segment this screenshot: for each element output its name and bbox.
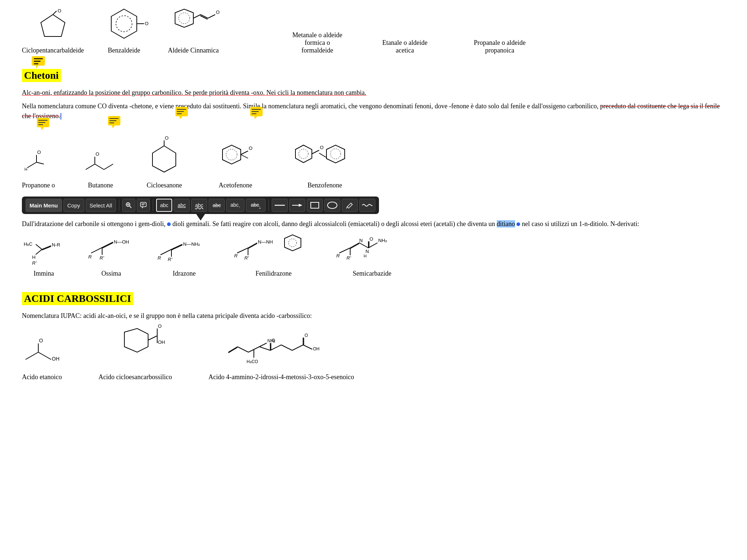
svg-text:O: O [158, 323, 162, 329]
svg-text:O: O [145, 21, 148, 26]
acid-cicloesano: O OH Acido cicloesancarbossilico [98, 327, 172, 381]
rectangle-icon[interactable] [307, 199, 323, 212]
svg-marker-19 [36, 66, 38, 69]
arrow-icon[interactable] [289, 199, 305, 212]
molecule-aldeide-cinnamica: O Aldeide Cinnamica [164, 7, 222, 54]
svg-line-55 [241, 151, 248, 155]
svg-text:O: O [320, 145, 324, 150]
fenilidrazone-label: Fenilidrazone [256, 270, 292, 277]
svg-text:H: H [364, 254, 367, 258]
acido-etanoico-label: Acido etanoico [22, 373, 62, 381]
svg-text:NH₂: NH₂ [378, 238, 387, 243]
ketone-cicloesanone: O Cicloesanone [146, 139, 182, 189]
svg-line-122 [368, 243, 378, 248]
svg-line-115 [350, 243, 359, 248]
deriv-ossima: R N—OH R' Ossima [88, 238, 135, 277]
svg-point-64 [330, 149, 341, 159]
deriv-semicarbazide: R R' N O NH₂ N H Semicarbazide [336, 235, 409, 277]
pencil-icon[interactable] [342, 199, 358, 212]
ossima-label: Ossima [101, 270, 121, 277]
svg-line-28 [36, 162, 44, 164]
wavy-line-icon[interactable] [359, 199, 375, 212]
svg-marker-109 [285, 235, 301, 251]
svg-line-39 [104, 164, 113, 170]
deriv-immina: H₃C N-R H R' Immina [22, 238, 66, 277]
line-icon[interactable] [272, 199, 288, 212]
hydration-para: Dall'idratazione del carbonile si otteng… [22, 219, 725, 229]
svg-text:H₃CO: H₃CO [247, 359, 258, 364]
svg-marker-52 [254, 116, 257, 119]
text-wavy-icon[interactable]: abc [191, 199, 207, 212]
selected-text-ditiano: ditiano [497, 220, 515, 228]
svg-text:O: O [305, 333, 308, 338]
svg-text:R': R' [100, 255, 104, 261]
ketone-butanone: O Butanone [84, 147, 117, 189]
immina-label: Immina [34, 270, 54, 277]
svg-point-77 [328, 202, 337, 209]
svg-text:H: H [24, 167, 27, 171]
ketone-benzofenone: O Benzofenone [288, 139, 361, 189]
acid-etanoico: O OH Acido etanoico [22, 338, 62, 381]
svg-text:R: R [88, 254, 92, 260]
text-wavy-label: abc [195, 202, 204, 208]
svg-line-155 [303, 345, 312, 349]
svg-line-149 [270, 345, 281, 350]
text-underline-icon[interactable]: abc [174, 199, 190, 212]
svg-point-59 [299, 149, 308, 159]
ellipse-icon[interactable] [324, 199, 340, 212]
text-cursor [61, 113, 61, 120]
svg-text:O: O [216, 9, 220, 15]
toolbar-wrapper: Main Menu Copy Select All [22, 197, 725, 214]
svg-marker-131 [124, 328, 148, 352]
svg-marker-45 [152, 146, 176, 172]
svg-point-9 [179, 13, 190, 24]
svg-line-81 [36, 244, 42, 249]
cicloesanone-label: Cicloesanone [147, 182, 182, 189]
svg-text:R': R' [244, 255, 249, 261]
ketone-acetofenone: O Acetofenone [212, 139, 259, 189]
svg-text:N: N [365, 249, 369, 254]
svg-marker-44 [179, 116, 182, 119]
acid-molecule-row: O OH Acido etanoico O OH Acido cicloesan… [22, 327, 725, 381]
svg-line-107 [248, 244, 257, 249]
svg-line-106 [248, 243, 257, 248]
chetoni-header: Chetoni [22, 69, 61, 82]
select-all-button[interactable]: Select All [86, 199, 116, 212]
svg-text:R: R [336, 253, 340, 258]
text-strikethrough-icon[interactable]: abc [209, 199, 225, 212]
comment-icon[interactable] [137, 199, 150, 212]
chetoni-para1: Alc-an-oni, enfatizzando la posizione de… [22, 88, 725, 98]
svg-line-143 [259, 343, 267, 347]
svg-line-117 [359, 243, 368, 248]
molecule-benzaldeide: O Benzaldeide [106, 7, 142, 54]
svg-line-126 [26, 352, 38, 359]
svg-marker-72 [142, 207, 143, 209]
blue-dot-1 [167, 222, 171, 226]
svg-text:R: R [234, 253, 237, 258]
chetoni-para2: Nella nomenclatura comune CO diventa -ch… [22, 101, 725, 121]
svg-line-129 [38, 352, 51, 359]
text-normal-label: abc [160, 202, 169, 208]
text-strike-label: abc [213, 202, 221, 208]
page: O Ciclopentancarbaldeide O Benzaldeide [0, 0, 747, 394]
acido-cicloesano-label: Acido cicloesancarbossilico [98, 373, 172, 381]
svg-line-82 [42, 246, 51, 249]
svg-line-102 [237, 248, 248, 253]
copy-button[interactable]: Copy [63, 199, 84, 212]
svg-line-83 [42, 246, 51, 250]
svg-text:N—NH: N—NH [258, 239, 273, 245]
text-normal-icon[interactable]: abc [156, 199, 172, 212]
propanale-label: Propanale o aldeide propanoica [463, 39, 536, 54]
svg-line-132 [148, 336, 157, 340]
text-strike-sub-icon[interactable]: abc↑ [246, 199, 266, 212]
svg-line-145 [259, 347, 270, 350]
text-subscript-icon[interactable]: abc↑ [226, 199, 244, 212]
zoom-icon[interactable] [122, 199, 135, 212]
main-menu-button[interactable]: Main Menu [26, 199, 62, 212]
ketone-propanone: O H Propanone o [22, 128, 55, 189]
svg-line-95 [160, 249, 171, 255]
ketone-molecule-row: O H Propanone o O [22, 128, 725, 189]
svg-text:H₃C: H₃C [24, 241, 32, 247]
butanone-label: Butanone [88, 182, 113, 189]
svg-line-56 [241, 155, 248, 158]
